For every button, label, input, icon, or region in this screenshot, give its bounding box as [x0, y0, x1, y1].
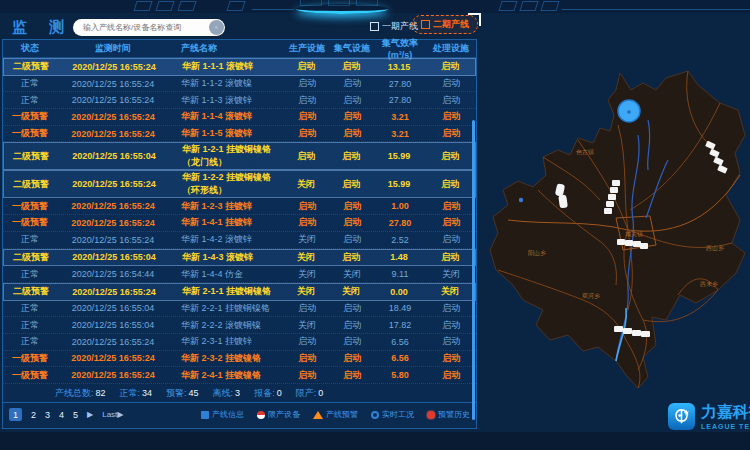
table-row[interactable]: 一级预警2020/12/25 16:55:24华新 1-1-4 滚镀锌启动启动3…: [3, 109, 476, 126]
map-label: 西来乡: [700, 281, 718, 288]
column-header: 产线名称: [169, 42, 284, 55]
deco-bracket: [498, 1, 517, 11]
table-cell: 2020/12/25 16:55:04: [57, 320, 169, 330]
table-cell: 二级预警: [4, 60, 58, 73]
table-cell: 2020/12/25 16:55:24: [57, 112, 169, 122]
table-cell: 启动: [329, 60, 373, 73]
table-row[interactable]: 一级预警2020/12/25 16:55:24华新 1-1-5 滚镀锌启动启动3…: [3, 126, 476, 143]
table-row[interactable]: 二级预警2020/12/25 16:55:24华新 1-2-2 挂镀铜镍铬（环形…: [3, 170, 476, 198]
legend-item-gauge[interactable]: 实时工况: [371, 409, 414, 420]
table-row[interactable]: 正常2020/12/25 16:55:04华新 2-2-1 挂镀铜镍铬启动启动1…: [3, 301, 476, 318]
square-icon: [201, 411, 209, 419]
map-label: 阳山乡: [528, 250, 546, 257]
alert-circle-marker[interactable]: [618, 100, 640, 122]
table-row[interactable]: 一级预警2020/12/25 16:55:24华新 2-3-2 挂镀镍铬启动启动…: [3, 351, 476, 368]
table-cell: 关闭: [284, 268, 330, 281]
checkbox-icon: [370, 22, 379, 31]
table-row[interactable]: 二级预警2020/12/25 16:55:04华新 1-2-1 挂镀铜镍铬（龙门…: [3, 142, 476, 170]
table-cell: 关闭: [283, 178, 329, 191]
table-cell: 启动: [284, 335, 330, 348]
table-row[interactable]: 二级预警2020/12/25 16:55:24华新 2-1-1 挂镀铜镍铬关闭关…: [3, 283, 476, 301]
district-boundary: [490, 71, 745, 388]
search-input[interactable]: [73, 23, 209, 32]
legend-label: 限产设备: [268, 409, 300, 420]
deco-bracket: [519, 1, 538, 11]
table-cell: 启动: [330, 319, 374, 332]
table-cell: 启动: [426, 233, 476, 246]
table-cell: 二级预警: [4, 285, 58, 298]
legend-item-triangle[interactable]: 产线预警: [313, 409, 358, 420]
table-cell: 6.56: [374, 353, 426, 363]
table-cell: 一级预警: [3, 127, 57, 140]
table-cell: 6.56: [374, 337, 426, 347]
table-row[interactable]: 正常2020/12/25 16:55:24华新 1-1-2 滚镀镍启动启动27.…: [3, 76, 476, 93]
table-cell: 华新 1-4-3 滚镀锌: [170, 251, 283, 264]
table-cell: 正常: [3, 335, 57, 348]
table-cell: 关闭: [284, 319, 330, 332]
table-cell: 启动: [330, 302, 374, 315]
table-cell: 启动: [426, 369, 476, 382]
table-row[interactable]: 一级预警2020/12/25 16:55:24华新 1-4-1 挂镀锌启动启动2…: [3, 215, 476, 232]
next-page-icon[interactable]: ▶: [87, 410, 93, 419]
table-cell: 启动: [329, 150, 373, 163]
table-cell: 启动: [330, 216, 374, 229]
table-cell: 正常: [3, 233, 57, 246]
table-cell: 启动: [284, 369, 330, 382]
table-cell: 华新 2-1-1 挂镀铜镍铬: [170, 285, 283, 298]
table-row[interactable]: 正常2020/12/25 16:55:24华新 1-4-2 滚镀锌关闭启动2.5…: [3, 232, 476, 249]
legend-item-square[interactable]: 产线信息: [201, 409, 244, 420]
table-cell: 华新 2-2-1 挂镀铜镍铬: [169, 302, 284, 315]
table-cell: 正常: [3, 319, 57, 332]
table-row[interactable]: 正常2020/12/25 16:55:24华新 1-1-3 滚镀锌启动启动27.…: [3, 92, 476, 109]
table-cell: 13.15: [373, 62, 425, 72]
table-cell: 启动: [426, 77, 476, 90]
table-row[interactable]: 一级预警2020/12/25 16:55:24华新 1-2-3 挂镀锌启动启动1…: [3, 198, 476, 215]
table-cell: 华新 1-2-3 挂镀锌: [169, 200, 284, 213]
summary-bar: 产线总数:82正常:34预警:45离线:3报备:0限产:0: [3, 384, 476, 402]
summary-item: 离线:3: [213, 387, 241, 400]
table-cell: 启动: [330, 94, 374, 107]
table-cell: 启动: [330, 127, 374, 140]
table-cell: 2020/12/25 16:55:04: [58, 252, 170, 262]
table-cell: 启动: [425, 150, 475, 163]
table-cell: 华新 1-1-4 滚镀锌: [169, 110, 284, 123]
page-button[interactable]: 4: [59, 410, 64, 420]
page-button-active[interactable]: 1: [9, 408, 22, 421]
table-row[interactable]: 正常2020/12/25 16:55:24华新 2-3-1 挂镀锌启动启动6.5…: [3, 334, 476, 351]
legend-item-dot[interactable]: 预警历史: [427, 409, 470, 420]
table-cell: 启动: [284, 127, 330, 140]
search-button[interactable]: [209, 20, 224, 35]
table-cell: 3.21: [374, 129, 426, 139]
table-cell: 启动: [426, 302, 476, 315]
search-box: [73, 19, 225, 36]
legend-label: 预警历史: [438, 409, 470, 420]
table-cell: 启动: [426, 94, 476, 107]
table-row[interactable]: 二级预警2020/12/25 16:55:24华新 1-1-1 滚镀锌启动启动1…: [3, 58, 476, 76]
table-cell: 启动: [284, 94, 330, 107]
table-cell: 启动: [426, 127, 476, 140]
page-button[interactable]: 3: [45, 410, 50, 420]
page-button[interactable]: 2: [31, 410, 36, 420]
bottom-strip: [0, 432, 750, 450]
table-cell: 启动: [426, 335, 476, 348]
corner-bracket-icon: [468, 13, 481, 26]
table-cell: 一级预警: [3, 369, 57, 382]
table-cell: 关闭: [425, 285, 475, 298]
table-row[interactable]: 二级预警2020/12/25 16:55:04华新 1-4-3 滚镀锌关闭启动1…: [3, 249, 476, 267]
table-cell: 二级预警: [4, 251, 58, 264]
table-row[interactable]: 正常2020/12/25 16:55:04华新 2-2-2 滚镀铜镍关闭启动17…: [3, 317, 476, 334]
table-cell: 一级预警: [3, 110, 57, 123]
legend-toolbar: 产线信息限产设备产线预警实时工况预警历史: [201, 409, 470, 420]
table-row[interactable]: 正常2020/12/25 16:54:44华新 1-4-4 仿金关闭关闭9.11…: [3, 266, 476, 283]
legend-item-limit[interactable]: 限产设备: [257, 409, 300, 420]
last-page-button[interactable]: Last▶: [102, 410, 123, 419]
table-cell: 华新 2-3-2 挂镀镍铬: [169, 352, 284, 365]
gauge-icon: [371, 411, 379, 419]
page-button[interactable]: 5: [73, 410, 78, 420]
table-cell: 启动: [283, 150, 329, 163]
table-row[interactable]: 一级预警2020/12/25 16:55:24华新 2-4-1 挂镀镍铬启动启动…: [3, 367, 476, 384]
table-scrollbar[interactable]: [472, 120, 475, 420]
brand-logo: 力嘉科技 LEAGUE TE: [668, 402, 750, 430]
table-cell: 关闭: [329, 285, 373, 298]
phase2-label: 二期产线: [433, 18, 469, 31]
